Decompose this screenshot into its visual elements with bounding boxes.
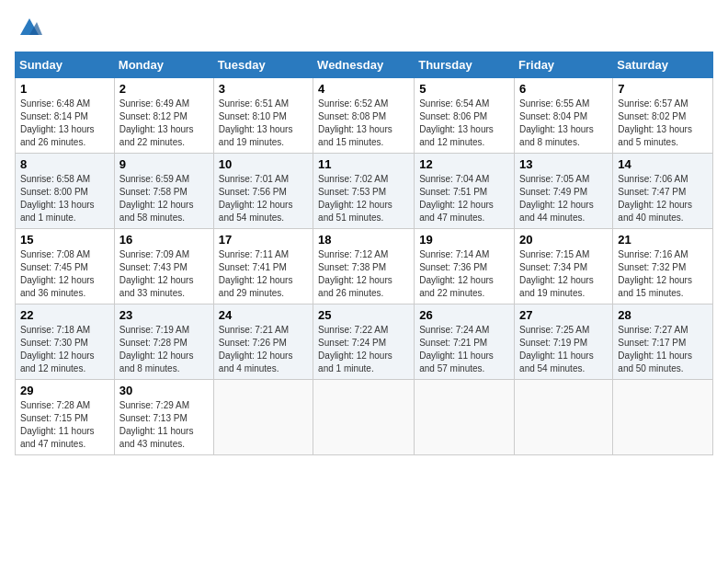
day-number: 9 (119, 157, 209, 171)
day-detail: Sunrise: 6:54 AM Sunset: 8:06 PM Dayligh… (419, 98, 509, 149)
col-header-friday: Friday (515, 52, 613, 78)
calendar-cell: 21Sunrise: 7:16 AM Sunset: 7:32 PM Dayli… (613, 229, 713, 304)
calendar-cell: 5Sunrise: 6:54 AM Sunset: 8:06 PM Daylig… (415, 78, 515, 154)
day-detail: Sunrise: 7:04 AM Sunset: 7:51 PM Dayligh… (419, 173, 509, 224)
logo-icon (17, 15, 42, 40)
calendar-cell: 26Sunrise: 7:24 AM Sunset: 7:21 PM Dayli… (415, 304, 515, 380)
calendar-cell: 12Sunrise: 7:04 AM Sunset: 7:51 PM Dayli… (415, 154, 515, 229)
day-number: 15 (20, 233, 109, 247)
day-number: 11 (318, 157, 409, 171)
day-detail: Sunrise: 7:27 AM Sunset: 7:17 PM Dayligh… (618, 324, 708, 375)
day-number: 19 (419, 233, 509, 247)
day-number: 30 (119, 384, 209, 397)
calendar-cell: 22Sunrise: 7:18 AM Sunset: 7:30 PM Dayli… (16, 304, 115, 380)
day-detail: Sunrise: 7:28 AM Sunset: 7:15 PM Dayligh… (20, 399, 109, 451)
col-header-tuesday: Tuesday (213, 52, 313, 78)
day-number: 10 (219, 157, 308, 171)
day-number: 23 (119, 308, 209, 322)
calendar-cell (515, 380, 613, 455)
calendar-cell: 30Sunrise: 7:29 AM Sunset: 7:13 PM Dayli… (114, 380, 213, 455)
calendar-cell: 23Sunrise: 7:19 AM Sunset: 7:28 PM Dayli… (114, 304, 213, 380)
day-detail: Sunrise: 7:02 AM Sunset: 7:53 PM Dayligh… (318, 173, 409, 224)
day-detail: Sunrise: 6:55 AM Sunset: 8:04 PM Dayligh… (519, 98, 608, 149)
col-header-monday: Monday (114, 52, 213, 78)
calendar-cell: 2Sunrise: 6:49 AM Sunset: 8:12 PM Daylig… (114, 78, 213, 154)
day-detail: Sunrise: 6:51 AM Sunset: 8:10 PM Dayligh… (219, 98, 308, 149)
calendar-cell: 9Sunrise: 6:59 AM Sunset: 7:58 PM Daylig… (114, 154, 213, 229)
col-header-wednesday: Wednesday (313, 52, 415, 78)
day-number: 18 (318, 233, 409, 247)
calendar-cell: 18Sunrise: 7:12 AM Sunset: 7:38 PM Dayli… (313, 229, 415, 304)
calendar-cell: 29Sunrise: 7:28 AM Sunset: 7:15 PM Dayli… (16, 380, 115, 455)
day-number: 24 (219, 308, 308, 322)
day-detail: Sunrise: 7:21 AM Sunset: 7:26 PM Dayligh… (219, 324, 308, 375)
day-detail: Sunrise: 6:57 AM Sunset: 8:02 PM Dayligh… (618, 98, 708, 149)
calendar-cell: 10Sunrise: 7:01 AM Sunset: 7:56 PM Dayli… (213, 154, 313, 229)
day-detail: Sunrise: 6:49 AM Sunset: 8:12 PM Dayligh… (119, 98, 209, 149)
day-detail: Sunrise: 7:14 AM Sunset: 7:36 PM Dayligh… (419, 248, 509, 300)
page-header (15, 15, 713, 40)
calendar-cell (313, 380, 415, 455)
calendar-cell: 27Sunrise: 7:25 AM Sunset: 7:19 PM Dayli… (515, 304, 613, 380)
day-detail: Sunrise: 6:58 AM Sunset: 8:00 PM Dayligh… (20, 173, 109, 224)
day-number: 14 (618, 157, 708, 171)
calendar-cell: 20Sunrise: 7:15 AM Sunset: 7:34 PM Dayli… (515, 229, 613, 304)
calendar-cell: 24Sunrise: 7:21 AM Sunset: 7:26 PM Dayli… (213, 304, 313, 380)
day-number: 12 (419, 157, 509, 171)
day-detail: Sunrise: 6:59 AM Sunset: 7:58 PM Dayligh… (119, 173, 209, 224)
day-detail: Sunrise: 7:12 AM Sunset: 7:38 PM Dayligh… (318, 248, 409, 300)
day-detail: Sunrise: 7:09 AM Sunset: 7:43 PM Dayligh… (119, 248, 209, 300)
day-number: 5 (419, 82, 509, 96)
calendar-cell: 17Sunrise: 7:11 AM Sunset: 7:41 PM Dayli… (213, 229, 313, 304)
day-detail: Sunrise: 6:48 AM Sunset: 8:14 PM Dayligh… (20, 98, 109, 149)
day-number: 13 (519, 157, 608, 171)
day-number: 27 (519, 308, 608, 322)
day-detail: Sunrise: 7:05 AM Sunset: 7:49 PM Dayligh… (519, 173, 608, 224)
day-number: 4 (318, 82, 409, 96)
calendar-cell (213, 380, 313, 455)
day-detail: Sunrise: 7:24 AM Sunset: 7:21 PM Dayligh… (419, 324, 509, 375)
calendar-cell: 7Sunrise: 6:57 AM Sunset: 8:02 PM Daylig… (613, 78, 713, 154)
day-number: 21 (618, 233, 708, 247)
calendar-cell: 19Sunrise: 7:14 AM Sunset: 7:36 PM Dayli… (415, 229, 515, 304)
day-number: 20 (519, 233, 608, 247)
day-detail: Sunrise: 7:15 AM Sunset: 7:34 PM Dayligh… (519, 248, 608, 300)
day-number: 1 (20, 82, 109, 96)
calendar-cell: 6Sunrise: 6:55 AM Sunset: 8:04 PM Daylig… (515, 78, 613, 154)
day-number: 28 (618, 308, 708, 322)
day-number: 25 (318, 308, 409, 322)
calendar-cell: 15Sunrise: 7:08 AM Sunset: 7:45 PM Dayli… (16, 229, 115, 304)
day-detail: Sunrise: 7:18 AM Sunset: 7:30 PM Dayligh… (20, 324, 109, 375)
day-detail: Sunrise: 7:01 AM Sunset: 7:56 PM Dayligh… (219, 173, 308, 224)
col-header-saturday: Saturday (613, 52, 713, 78)
day-detail: Sunrise: 6:52 AM Sunset: 8:08 PM Dayligh… (318, 98, 409, 149)
day-detail: Sunrise: 7:19 AM Sunset: 7:28 PM Dayligh… (119, 324, 209, 375)
calendar-cell (613, 380, 713, 455)
calendar-cell: 28Sunrise: 7:27 AM Sunset: 7:17 PM Dayli… (613, 304, 713, 380)
day-number: 29 (20, 384, 109, 397)
day-number: 22 (20, 308, 109, 322)
day-detail: Sunrise: 7:25 AM Sunset: 7:19 PM Dayligh… (519, 324, 608, 375)
calendar-cell (415, 380, 515, 455)
calendar-cell: 4Sunrise: 6:52 AM Sunset: 8:08 PM Daylig… (313, 78, 415, 154)
day-number: 26 (419, 308, 509, 322)
calendar-cell: 25Sunrise: 7:22 AM Sunset: 7:24 PM Dayli… (313, 304, 415, 380)
day-number: 3 (219, 82, 308, 96)
logo (15, 15, 42, 40)
day-number: 16 (119, 233, 209, 247)
calendar-table: SundayMondayTuesdayWednesdayThursdayFrid… (15, 52, 713, 455)
col-header-thursday: Thursday (415, 52, 515, 78)
calendar-cell: 8Sunrise: 6:58 AM Sunset: 8:00 PM Daylig… (16, 154, 115, 229)
calendar-cell: 11Sunrise: 7:02 AM Sunset: 7:53 PM Dayli… (313, 154, 415, 229)
col-header-sunday: Sunday (16, 52, 115, 78)
day-number: 6 (519, 82, 608, 96)
day-detail: Sunrise: 7:16 AM Sunset: 7:32 PM Dayligh… (618, 248, 708, 300)
calendar-cell: 16Sunrise: 7:09 AM Sunset: 7:43 PM Dayli… (114, 229, 213, 304)
day-detail: Sunrise: 7:06 AM Sunset: 7:47 PM Dayligh… (618, 173, 708, 224)
calendar-cell: 3Sunrise: 6:51 AM Sunset: 8:10 PM Daylig… (213, 78, 313, 154)
calendar-cell: 1Sunrise: 6:48 AM Sunset: 8:14 PM Daylig… (16, 78, 115, 154)
day-detail: Sunrise: 7:08 AM Sunset: 7:45 PM Dayligh… (20, 248, 109, 300)
day-detail: Sunrise: 7:29 AM Sunset: 7:13 PM Dayligh… (119, 399, 209, 451)
day-number: 17 (219, 233, 308, 247)
day-number: 7 (618, 82, 708, 96)
